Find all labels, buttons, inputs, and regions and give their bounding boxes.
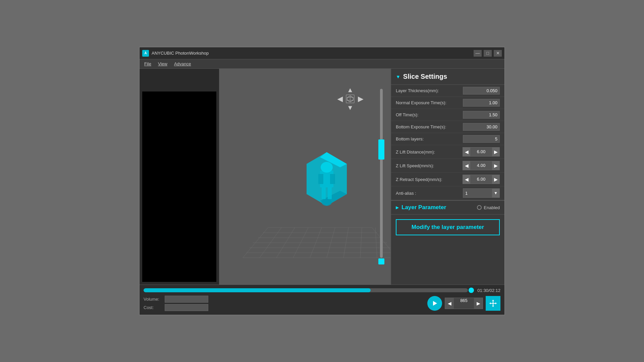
nav-down[interactable]: ▼ — [347, 104, 354, 112]
nav-control: ▲ ▼ ◀ ▶ — [337, 85, 364, 112]
layer-param-header: ▶ Layer Parameter Enabled — [391, 200, 504, 215]
layer-thickness-input[interactable] — [463, 87, 500, 95]
svg-point-25 — [321, 162, 333, 173]
off-time-label: Off Time(s): — [396, 112, 463, 117]
preview-panel — [140, 69, 219, 285]
close-button[interactable]: ✕ — [494, 50, 502, 57]
main-window: A ANYCUBIC PhotonWorkshop — □ ✕ File Vie… — [139, 47, 505, 315]
layer-thickness-label: Layer Thickness(mm): — [396, 88, 463, 93]
z-lift-distance-value: 6.00 — [470, 147, 492, 156]
z-retract-speed-label: Z Retract Speed(mm/s): — [396, 177, 463, 182]
normal-exposure-label: Normal Exposure Time(s): — [396, 100, 463, 105]
modify-layer-param-button[interactable]: Modify the layer parameter — [396, 219, 500, 235]
frame-stepper: ◀ 865 ▶ — [445, 298, 483, 309]
info-fields: Volume: Cost: — [144, 296, 208, 311]
z-retract-speed-row: Z Retract Speed(mm/s): ◀ 6.00 ▶ — [391, 173, 504, 186]
vertical-slider[interactable] — [378, 89, 384, 264]
menu-advance[interactable]: Advance — [171, 61, 194, 67]
bottom-layers-label: Bottom layers: — [396, 136, 463, 141]
bottom-layers-row: Bottom layers: — [391, 133, 504, 145]
svg-marker-37 — [495, 302, 497, 304]
anti-alias-dropdown-btn[interactable]: ▼ — [492, 189, 499, 197]
z-retract-speed-stepper: ◀ 6.00 ▶ — [463, 175, 500, 184]
off-time-row: Off Time(s): — [391, 109, 504, 121]
anti-alias-value: 1 — [463, 190, 492, 197]
layer-param-arrow[interactable]: ▶ — [396, 205, 399, 210]
move-icon-button[interactable] — [486, 296, 500, 311]
svg-rect-24 — [328, 187, 332, 199]
bottom-bar: 01:30/02:12 Volume: Cost: — [140, 285, 504, 315]
viewport-3d[interactable]: ▲ ▼ ◀ ▶ — [219, 69, 390, 285]
controls-row: Volume: Cost: ◀ 865 ▶ — [144, 296, 500, 311]
z-lift-distance-increment[interactable]: ▶ — [492, 147, 499, 156]
model-3d — [300, 150, 354, 211]
svg-rect-21 — [318, 174, 323, 184]
anti-alias-label: Anti-alias : — [396, 191, 463, 196]
volume-label: Volume: — [144, 297, 162, 302]
minimize-button[interactable]: — — [474, 50, 482, 57]
layer-param-title: Layer Parameter — [401, 204, 477, 211]
menu-view[interactable]: View — [155, 61, 170, 67]
z-retract-speed-value: 6.00 — [470, 175, 492, 184]
slice-settings-header: ▼ Slice Settings — [391, 69, 504, 85]
main-content: ▲ ▼ ◀ ▶ ▼ Slice Settings — [140, 69, 504, 285]
play-button[interactable] — [427, 296, 442, 311]
svg-marker-35 — [492, 306, 494, 307]
enabled-label: Enabled — [484, 205, 500, 210]
svg-rect-23 — [322, 187, 326, 199]
settings-panel: ▼ Slice Settings Layer Thickness(mm): No… — [390, 69, 504, 285]
anti-alias-row: Anti-alias : 1 ▼ — [391, 186, 504, 200]
volume-row: Volume: — [144, 296, 208, 303]
bottom-exposure-input[interactable] — [463, 123, 500, 131]
frame-prev-button[interactable]: ◀ — [445, 298, 454, 309]
enabled-indicator — [477, 205, 482, 210]
cost-row: Cost: — [144, 304, 208, 311]
off-time-input[interactable] — [463, 111, 500, 119]
section-collapse-arrow[interactable]: ▼ — [396, 74, 400, 79]
slider-track[interactable] — [380, 89, 383, 258]
progress-time: 01:30/02:12 — [477, 288, 500, 293]
svg-marker-36 — [489, 302, 491, 304]
maximize-button[interactable]: □ — [484, 50, 492, 57]
z-lift-speed-label: Z Lift Speed(mm/s): — [396, 163, 463, 168]
viewport-area: ▲ ▼ ◀ ▶ — [140, 69, 390, 285]
z-lift-speed-decrement[interactable]: ◀ — [463, 161, 470, 170]
anti-alias-dropdown: 1 ▼ — [463, 188, 500, 198]
window-controls: — □ ✕ — [474, 50, 502, 57]
frame-next-button[interactable]: ▶ — [474, 298, 483, 309]
bottom-exposure-label: Bottom Exposure Time(s): — [396, 124, 463, 129]
progress-thumb[interactable] — [469, 288, 474, 293]
nav-left[interactable]: ◀ — [337, 95, 342, 103]
nav-center[interactable] — [346, 95, 355, 103]
title-bar: A ANYCUBIC PhotonWorkshop — □ ✕ — [140, 47, 504, 59]
progress-track[interactable] — [144, 288, 468, 292]
preview-black — [142, 92, 216, 282]
z-lift-distance-decrement[interactable]: ◀ — [463, 147, 470, 156]
normal-exposure-row: Normal Exposure Time(s): — [391, 97, 504, 109]
bottom-exposure-row: Bottom Exposure Time(s): — [391, 121, 504, 133]
z-retract-speed-decrement[interactable]: ◀ — [463, 175, 470, 184]
cost-value[interactable] — [165, 304, 208, 311]
normal-exposure-input[interactable] — [463, 99, 500, 107]
z-lift-speed-increment[interactable]: ▶ — [492, 161, 499, 170]
app-logo: A — [142, 50, 149, 57]
frame-value: 865 — [454, 298, 474, 309]
app-title: ANYCUBIC PhotonWorkshop — [152, 51, 474, 56]
nav-up[interactable]: ▲ — [347, 86, 354, 94]
slider-thumb[interactable] — [378, 139, 384, 160]
svg-marker-34 — [492, 300, 494, 301]
progress-row: 01:30/02:12 — [144, 288, 500, 293]
svg-point-26 — [322, 199, 332, 206]
playback-controls: ◀ 865 ▶ — [427, 296, 500, 311]
z-lift-distance-label: Z Lift Distance(mm): — [396, 149, 463, 155]
nav-right[interactable]: ▶ — [358, 95, 363, 103]
z-lift-speed-stepper: ◀ 4.00 ▶ — [463, 161, 500, 170]
z-lift-speed-value: 4.00 — [470, 161, 492, 170]
svg-marker-31 — [433, 301, 437, 306]
bottom-layers-input[interactable] — [463, 135, 500, 143]
menu-file[interactable]: File — [142, 61, 154, 67]
section-title: Slice Settings — [403, 73, 447, 80]
slider-bottom — [378, 258, 384, 264]
z-retract-speed-increment[interactable]: ▶ — [492, 175, 499, 184]
volume-value[interactable] — [165, 296, 208, 303]
